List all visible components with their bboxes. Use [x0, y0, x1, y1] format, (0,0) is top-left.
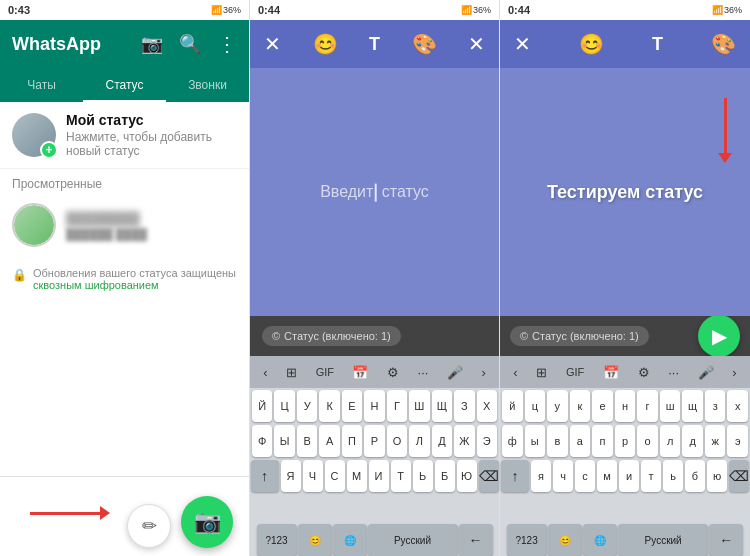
key-и[interactable]: И [369, 460, 389, 492]
key-с-r[interactable]: с [575, 460, 595, 492]
key-в[interactable]: В [297, 425, 317, 457]
key-а-r[interactable]: а [570, 425, 591, 457]
key-з-r[interactable]: з [705, 390, 726, 422]
key-ч-r[interactable]: ч [553, 460, 573, 492]
kb-gif-mid[interactable]: GIF [316, 366, 334, 378]
key-space-right[interactable]: Русский [618, 524, 708, 556]
key-ь[interactable]: Ь [413, 460, 433, 492]
key-ы-r[interactable]: ы [525, 425, 546, 457]
menu-icon[interactable]: ⋮ [217, 32, 237, 56]
key-ц-r[interactable]: ц [525, 390, 546, 422]
emoji-icon-mid[interactable]: 😊 [313, 32, 338, 56]
key-й-r[interactable]: й [502, 390, 523, 422]
key-п[interactable]: П [342, 425, 362, 457]
encryption-link[interactable]: сквозным шифрованием [33, 279, 159, 291]
tab-calls[interactable]: Звонки [166, 68, 249, 102]
kb-next-mid[interactable]: › [481, 365, 485, 380]
close-icon-right[interactable]: ✕ [514, 32, 531, 56]
status-display-area[interactable]: Тестируем статус [500, 68, 750, 316]
key-в-r[interactable]: в [547, 425, 568, 457]
key-р-r[interactable]: р [615, 425, 636, 457]
palette-icon-mid[interactable]: 🎨 [412, 32, 437, 56]
key-х-r[interactable]: х [727, 390, 748, 422]
key-л[interactable]: Л [409, 425, 429, 457]
kb-set-right[interactable]: ⚙ [638, 365, 650, 380]
close2-icon-mid[interactable]: ✕ [468, 32, 485, 56]
kb-set-mid[interactable]: ⚙ [387, 365, 399, 380]
kb-more-right[interactable]: ··· [668, 365, 679, 380]
status-badge-mid[interactable]: © Статус (включено: 1) [262, 326, 401, 346]
key-ю[interactable]: Ю [457, 460, 477, 492]
kb-mic-mid[interactable]: 🎤 [447, 365, 463, 380]
key-л-r[interactable]: л [660, 425, 681, 457]
key-м-r[interactable]: м [597, 460, 617, 492]
kb-gif-right[interactable]: GIF [566, 366, 584, 378]
key-ж-r[interactable]: ж [705, 425, 726, 457]
key-е-r[interactable]: е [592, 390, 613, 422]
key-э[interactable]: Э [477, 425, 497, 457]
fab-camera-button[interactable]: 📷 [181, 496, 233, 548]
key-х[interactable]: Х [477, 390, 497, 422]
text-icon-mid[interactable]: T [369, 34, 380, 55]
palette-icon-right[interactable]: 🎨 [711, 32, 736, 56]
key-backspace-right[interactable]: ⌫ [729, 460, 749, 492]
key-ш[interactable]: Ш [409, 390, 429, 422]
key-ч[interactable]: Ч [303, 460, 323, 492]
key-д-r[interactable]: д [682, 425, 703, 457]
key-к-r[interactable]: к [570, 390, 591, 422]
key-ф-r[interactable]: ф [502, 425, 523, 457]
key-и-r[interactable]: и [619, 460, 639, 492]
key-г[interactable]: Г [387, 390, 407, 422]
kb-next-right[interactable]: › [732, 365, 736, 380]
kb-mic-right[interactable]: 🎤 [698, 365, 714, 380]
key-о[interactable]: О [387, 425, 407, 457]
search-icon[interactable]: 🔍 [179, 33, 201, 55]
kb-cal-right[interactable]: 📅 [603, 365, 619, 380]
status-editor-area[interactable]: Введит статус [250, 68, 499, 316]
key-й[interactable]: Й [252, 390, 272, 422]
key-о-r[interactable]: о [637, 425, 658, 457]
my-status-row[interactable]: + Мой статус Нажмите, чтобы добавить нов… [0, 102, 249, 169]
key-123-mid[interactable]: ?123 [257, 524, 297, 556]
key-у-r[interactable]: у [547, 390, 568, 422]
key-е[interactable]: Е [342, 390, 362, 422]
key-э-r[interactable]: э [727, 425, 748, 457]
key-щ-r[interactable]: щ [682, 390, 703, 422]
key-р[interactable]: Р [364, 425, 384, 457]
key-globe-mid[interactable]: 🌐 [333, 524, 367, 556]
key-backspace-mid[interactable]: ⌫ [479, 460, 499, 492]
kb-prev-right[interactable]: ‹ [513, 365, 517, 380]
key-т[interactable]: Т [391, 460, 411, 492]
kb-grid-right[interactable]: ⊞ [536, 365, 547, 380]
key-enter-mid[interactable]: ← [459, 524, 493, 556]
key-emoji-right[interactable]: 😊 [548, 524, 582, 556]
kb-grid-mid[interactable]: ⊞ [286, 365, 297, 380]
key-ы[interactable]: Ы [274, 425, 294, 457]
key-я-r[interactable]: я [531, 460, 551, 492]
key-space-mid[interactable]: Русский [368, 524, 458, 556]
tab-chats[interactable]: Чаты [0, 68, 83, 102]
key-я[interactable]: Я [281, 460, 301, 492]
key-т-r[interactable]: т [641, 460, 661, 492]
key-б-r[interactable]: б [685, 460, 705, 492]
fab-pencil-button[interactable]: ✏ [127, 504, 171, 548]
key-ю-r[interactable]: ю [707, 460, 727, 492]
key-б[interactable]: Б [435, 460, 455, 492]
key-ш-r[interactable]: ш [660, 390, 681, 422]
kb-prev-mid[interactable]: ‹ [263, 365, 267, 380]
key-ц[interactable]: Ц [274, 390, 294, 422]
key-enter-right[interactable]: ← [709, 524, 743, 556]
key-н-r[interactable]: н [615, 390, 636, 422]
key-п-r[interactable]: п [592, 425, 613, 457]
kb-more-mid[interactable]: ··· [418, 365, 429, 380]
key-shift-right[interactable]: ↑ [501, 460, 529, 492]
key-у[interactable]: У [297, 390, 317, 422]
key-globe-right[interactable]: 🌐 [583, 524, 617, 556]
key-ж[interactable]: Ж [454, 425, 474, 457]
tab-status[interactable]: Статус [83, 68, 166, 102]
key-щ[interactable]: Щ [432, 390, 452, 422]
viewed-item[interactable]: ████████ ██████ ████ [0, 195, 249, 255]
key-ь-r[interactable]: ь [663, 460, 683, 492]
key-м[interactable]: М [347, 460, 367, 492]
key-н[interactable]: Н [364, 390, 384, 422]
